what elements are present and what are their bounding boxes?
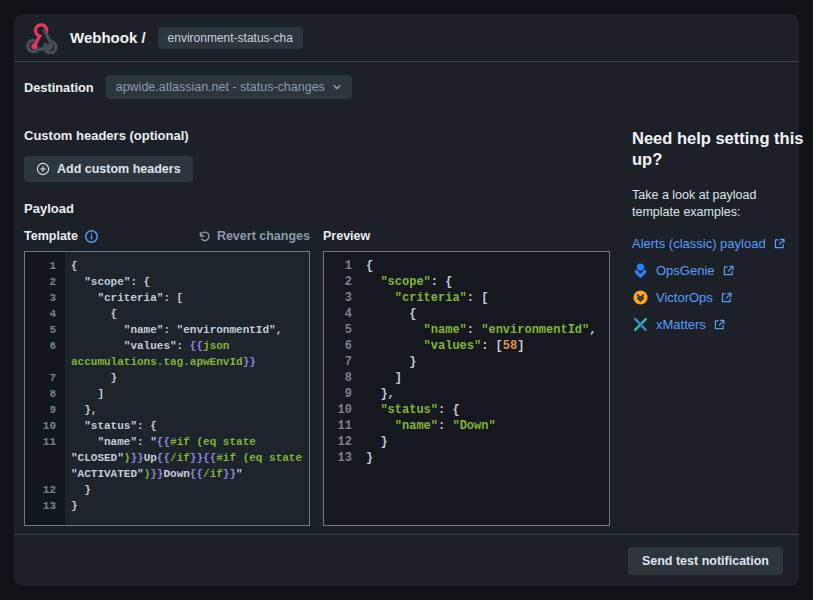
template-editor[interactable]: 1{2 "scope": {3 "criteria": [4 {5 "name"…	[24, 251, 310, 526]
webhook-config-card: Webhook / environment-status-cha Destina…	[14, 14, 799, 586]
link-alerts-classic-payload[interactable]: Alerts (classic) payload	[632, 230, 804, 257]
revert-changes-button[interactable]: Revert changes	[198, 229, 310, 243]
external-link-icon	[773, 237, 786, 250]
info-icon[interactable]	[84, 229, 99, 244]
send-test-notification-button[interactable]: Send test notification	[628, 547, 783, 575]
main-column: Destination apwide.atlassian.net - statu…	[24, 62, 624, 534]
link-label: OpsGenie	[656, 263, 715, 278]
custom-headers-title: Custom headers (optional)	[24, 128, 624, 143]
link-label: xMatters	[656, 317, 706, 332]
link-xmatters[interactable]: xMatters	[632, 311, 804, 338]
preview-header: Preview	[323, 225, 610, 247]
code-line: 9 },	[324, 386, 609, 402]
code-line: 1{	[25, 258, 309, 274]
code-line: 12 }	[324, 434, 609, 450]
link-label: VictorOps	[656, 290, 713, 305]
code-line: 11 "name": "Down"	[324, 418, 609, 434]
template-label: Template	[24, 229, 78, 243]
chevron-down-icon	[332, 82, 342, 92]
code-line: 7 }	[324, 354, 609, 370]
opsgenie-icon	[632, 262, 649, 279]
code-line: 12 }	[25, 482, 309, 498]
destination-row: Destination apwide.atlassian.net - statu…	[24, 75, 624, 99]
code-line: 7 }	[25, 370, 309, 386]
link-victorops[interactable]: VictorOps	[632, 284, 804, 311]
template-header: Template Revert changes	[24, 225, 310, 247]
help-links: Alerts (classic) payload OpsGenie	[632, 230, 804, 338]
code-line: 10 "status": {	[25, 418, 309, 434]
code-line: 4 {	[25, 306, 309, 322]
webhook-name-badge[interactable]: environment-status-cha	[158, 27, 303, 49]
code-line: 1{	[324, 258, 609, 274]
victorops-icon	[632, 289, 649, 306]
destination-select[interactable]: apwide.atlassian.net - status-changes	[106, 75, 352, 99]
help-sidebar: Need help setting this up? Take a look a…	[624, 62, 813, 534]
help-subtitle: Take a look at payload template examples…	[632, 187, 804, 221]
page-title: Webhook /	[70, 29, 146, 46]
code-line: 13}	[324, 450, 609, 466]
code-line: 2 "scope": {	[324, 274, 609, 290]
revert-changes-label: Revert changes	[217, 229, 310, 243]
code-line: 5 "name": "environmentId",	[324, 322, 609, 338]
external-link-icon	[722, 264, 735, 277]
code-line: 3 "criteria": [	[324, 290, 609, 306]
plus-circle-icon	[36, 162, 50, 176]
code-line: 4 {	[324, 306, 609, 322]
preview-column: Preview 1{2 "scope": {3 "criteria": [4 {…	[323, 225, 610, 526]
xmatters-icon	[632, 316, 649, 333]
help-title: Need help setting this up?	[632, 128, 804, 170]
code-line: 6 "values": [58]	[324, 338, 609, 354]
code-line: 3 "criteria": [	[25, 290, 309, 306]
link-label: Alerts (classic) payload	[632, 236, 766, 251]
code-line: 2 "scope": {	[25, 274, 309, 290]
footer: Send test notification	[14, 534, 799, 586]
code-line: 8 ]	[25, 386, 309, 402]
header: Webhook / environment-status-cha	[14, 14, 799, 62]
code-line: 10 "status": {	[324, 402, 609, 418]
template-column: Template Revert changes	[24, 225, 310, 526]
preview-label: Preview	[323, 229, 370, 243]
add-custom-headers-button[interactable]: Add custom headers	[24, 156, 193, 182]
destination-value: apwide.atlassian.net - status-changes	[116, 80, 325, 94]
destination-label: Destination	[24, 80, 94, 95]
payload-title: Payload	[24, 201, 624, 216]
link-opsgenie[interactable]: OpsGenie	[632, 257, 804, 284]
payload-editors: Template Revert changes	[24, 225, 624, 526]
code-line: 13}	[25, 498, 309, 514]
webhook-logo-icon	[26, 22, 58, 54]
code-line: 5 "name": "environmentId",	[25, 322, 309, 338]
code-line: 6 "values": {{json accumulations.tag.apw…	[25, 338, 309, 370]
code-line: 9 },	[25, 402, 309, 418]
revert-icon	[198, 230, 211, 243]
code-line: 8 ]	[324, 370, 609, 386]
external-link-icon	[720, 291, 733, 304]
code-line: 11 "name": "{{#if (eq state "CLOSED")}}U…	[25, 434, 309, 482]
body: Destination apwide.atlassian.net - statu…	[14, 62, 799, 534]
add-custom-headers-label: Add custom headers	[57, 162, 181, 176]
external-link-icon	[713, 318, 726, 331]
preview-editor: 1{2 "scope": {3 "criteria": [4 {5 "name"…	[323, 251, 610, 526]
